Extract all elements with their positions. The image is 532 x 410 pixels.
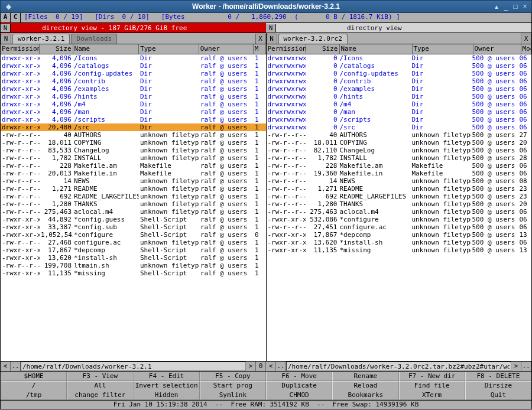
hdr-owner-r[interactable]: Owner bbox=[473, 44, 521, 54]
close-icon[interactable]: × bbox=[521, 2, 529, 11]
left-tab-1[interactable]: Downloads bbox=[71, 34, 117, 44]
file-row[interactable]: drwxrwxrwx0/config-updatesDir500 @ users… bbox=[267, 70, 532, 77]
file-row[interactable]: -rw-r--r--14 NEWSunknown filetyperalf @ … bbox=[1, 177, 266, 185]
fkey-button[interactable]: F6 - Move bbox=[266, 372, 332, 381]
fkey-button[interactable]: Duplicate bbox=[266, 381, 332, 391]
file-row[interactable]: -rwxr-xr-x532,086*configureunknown filet… bbox=[267, 216, 532, 223]
file-row[interactable]: -rw-r--r--40 AUTHORSunknown filetype500 … bbox=[267, 131, 532, 139]
path-left-prev-icon[interactable]: < bbox=[1, 362, 11, 371]
file-row[interactable]: drwxr-xr-x4,096/examplesDirralf @ users1 bbox=[1, 85, 266, 93]
fkey-button[interactable]: XTerm bbox=[399, 391, 465, 400]
file-row[interactable]: -rw-r--r--228 Makefile.amMakefile500 @ u… bbox=[267, 162, 532, 170]
file-row[interactable]: drwxrwxrwx0/manDir500 @ users06 N bbox=[267, 108, 532, 116]
right-tab-0[interactable]: worker-3.2.0rc2 bbox=[278, 34, 348, 44]
fkey-button[interactable]: F7 - New dir bbox=[399, 372, 465, 381]
file-row[interactable]: drwxrwxrwx0/hintsDir500 @ users06 N bbox=[267, 93, 532, 100]
file-row[interactable]: -rw-r--r--1,271 READMEunknown filetype50… bbox=[267, 185, 532, 193]
fkey-button[interactable]: change filter bbox=[67, 391, 133, 400]
fkey-button[interactable]: Bookmarks bbox=[332, 391, 398, 400]
file-row[interactable]: -rw-r--r--1,280 THANKSunknown filetype50… bbox=[267, 200, 532, 208]
file-row[interactable]: -rw-r--r--692 README_LARGEFILESunknown f… bbox=[1, 193, 266, 200]
left-tab-0[interactable]: worker-3.2.1 bbox=[12, 34, 70, 44]
fkey-button[interactable]: All bbox=[67, 381, 133, 391]
path-left-input[interactable] bbox=[21, 362, 246, 371]
file-row[interactable]: drwxrwxrwx0/catalogsDir500 @ users06 N bbox=[267, 62, 532, 70]
hdr-permission-r[interactable]: Permission bbox=[267, 44, 306, 54]
file-row[interactable]: drwxrwxrwx0/examplesDir500 @ users06 N bbox=[267, 85, 532, 93]
hdr-name-r[interactable]: Name bbox=[340, 44, 413, 54]
fkey-button[interactable]: Rename bbox=[332, 372, 398, 381]
fkey-button[interactable]: Hidden bbox=[134, 391, 200, 400]
hdr-size-r[interactable]: Size bbox=[306, 44, 340, 54]
file-row[interactable]: drwxrwxrwx0/scriptsDir500 @ users06 N bbox=[267, 116, 532, 123]
file-row[interactable]: -rw-r--r--1,280 THANKSunknown filetypera… bbox=[1, 200, 266, 208]
right-tab-n[interactable]: N bbox=[267, 34, 277, 44]
file-row[interactable]: -rw-r--r--1,782 INSTALLunknown filetyper… bbox=[1, 154, 266, 162]
file-row[interactable]: drwxr-xr-x4,096/config-updatesDirralf @ … bbox=[1, 70, 266, 77]
fkey-button[interactable]: CHMOD bbox=[266, 391, 332, 400]
file-row[interactable]: -rw-r--r--275,463 aclocal.m4unknown file… bbox=[1, 208, 266, 216]
file-row[interactable]: -rwxr-xr-x33,387*config.subShell-Scriptr… bbox=[1, 223, 266, 231]
file-row[interactable]: -rw-r--r--1,271 READMEunknown filetypera… bbox=[1, 185, 266, 193]
file-row[interactable]: -rwxr-xr-x11,135*missingShell-Scriptralf… bbox=[1, 269, 266, 277]
fkey-button[interactable]: F5 - Copy bbox=[200, 372, 266, 381]
left-tab-n[interactable]: N bbox=[1, 34, 11, 44]
file-row[interactable]: -rw-r--r--19,360 Makefile.inMakefile500 … bbox=[267, 170, 532, 177]
window-menu-icon[interactable]: ◆ bbox=[4, 2, 12, 11]
file-row[interactable]: drwxr-xr-x20,480/srcDirralf @ users1 bbox=[1, 123, 266, 131]
c-button[interactable]: C bbox=[11, 13, 21, 22]
file-row[interactable]: -rw-r--r--18,011 COPYINGunknown filetype… bbox=[1, 139, 266, 147]
file-row[interactable]: -rwxr-xr-x17,867*depcompShell-Scriptralf… bbox=[1, 246, 266, 254]
file-row[interactable]: -rw-r--r--82,110 ChangeLogunknown filety… bbox=[267, 147, 532, 154]
minimize-icon[interactable]: _ bbox=[502, 2, 510, 11]
fkey-button[interactable]: Find file bbox=[399, 381, 465, 391]
left-tab-close[interactable]: X bbox=[255, 34, 266, 44]
file-row[interactable]: -rwxr-xr-x11,135*missingunknown filetype… bbox=[267, 246, 532, 254]
fkey-button[interactable]: F8 - DELETE bbox=[465, 372, 531, 381]
fkey-button[interactable]: Quit bbox=[465, 391, 531, 400]
file-row[interactable]: drwxr-xr-x4,096/hintsDirralf @ users1 bbox=[1, 93, 266, 100]
path-right-up-icon[interactable]: .. bbox=[276, 362, 286, 371]
hdr-type[interactable]: Type bbox=[139, 44, 199, 54]
path-right-input[interactable] bbox=[286, 362, 511, 371]
file-row[interactable]: -rw-r--r--14 NEWSunknown filetype500 @ u… bbox=[267, 177, 532, 185]
file-row[interactable]: -rwxr-xr-x13,620*install-shShell-Scriptr… bbox=[1, 254, 266, 262]
path-left-up-icon[interactable]: .. bbox=[11, 362, 21, 371]
fkey-button[interactable]: F4 - Edit bbox=[134, 372, 200, 381]
fkey-button[interactable]: Dirsize bbox=[465, 381, 531, 391]
hdr-size[interactable]: Size bbox=[40, 44, 73, 54]
file-row[interactable]: -rw-r--r--199,708 ltmain.shunknown filet… bbox=[1, 262, 266, 269]
file-row[interactable]: -rw-r--r--692 README_LARGEFILESunknown f… bbox=[267, 193, 532, 200]
fkey-button[interactable]: / bbox=[1, 381, 67, 391]
file-row[interactable]: -rw-r--r--275,463 aclocal.m4unknown file… bbox=[267, 208, 532, 216]
file-row[interactable]: drwxr-xr-x4,096/contribDirralf @ users1 bbox=[1, 77, 266, 85]
hdr-permission[interactable]: Permission bbox=[1, 44, 40, 54]
dirview-n-right[interactable]: N bbox=[266, 24, 276, 32]
shade-icon[interactable]: ▴ bbox=[492, 2, 501, 11]
file-row[interactable]: drwxrwxrwx0/srcDir500 @ users06 N bbox=[267, 123, 532, 131]
file-row[interactable]: drwxrwxrwx0/m4Dir500 @ users06 N bbox=[267, 100, 532, 108]
file-row[interactable]: -rwxr-xr-x13,620*install-shunknown filet… bbox=[267, 239, 532, 246]
file-row[interactable]: -rwxr-xr-x44,892*config.guessShell-Scrip… bbox=[1, 216, 266, 223]
file-row[interactable]: -rw-r--r--83,533 ChangeLogunknown filety… bbox=[1, 147, 266, 154]
path-right-ext-icon[interactable]: .. bbox=[521, 362, 531, 371]
file-row[interactable]: drwxr-xr-x4,096/manDirralf @ users1 bbox=[1, 108, 266, 116]
hdr-owner[interactable]: Owner bbox=[199, 44, 254, 54]
fkey-button[interactable]: Start prog bbox=[200, 381, 266, 391]
a-button[interactable]: A bbox=[1, 13, 11, 22]
path-right-prev-icon[interactable]: < bbox=[266, 362, 276, 371]
file-row[interactable]: -rwxr-xr-x17,867*depcompunknown filetype… bbox=[267, 231, 532, 239]
fkey-button[interactable]: $HOME bbox=[1, 372, 67, 381]
file-row[interactable]: -rw-r--r--40 AUTHORSunknown filetyperalf… bbox=[1, 131, 266, 139]
file-row[interactable]: -rw-r--r--228 Makefile.amMakefileralf @ … bbox=[1, 162, 266, 170]
file-row[interactable]: drwxrwxrwx0/IconsDir500 @ users06 N bbox=[267, 54, 532, 62]
file-row[interactable]: -rw-r--r--18,011 COPYINGunknown filetype… bbox=[267, 139, 532, 147]
left-file-list[interactable]: drwxr-xr-x4,096/IconsDirralf @ users1drw… bbox=[1, 54, 266, 361]
path-left-hist-icon[interactable]: > bbox=[246, 362, 256, 371]
hdr-type-r[interactable]: Type bbox=[413, 44, 473, 54]
file-row[interactable]: drwxrwxrwx0/contribDir500 @ users06 N bbox=[267, 77, 532, 85]
fkey-button[interactable]: Invert selection bbox=[134, 381, 200, 391]
file-row[interactable]: drwxr-xr-x4,096/catalogsDirralf @ users1 bbox=[1, 62, 266, 70]
fkey-button[interactable]: /tmp bbox=[1, 391, 67, 400]
right-file-list[interactable]: drwxrwxrwx0/IconsDir500 @ users06 Ndrwxr… bbox=[267, 54, 532, 361]
